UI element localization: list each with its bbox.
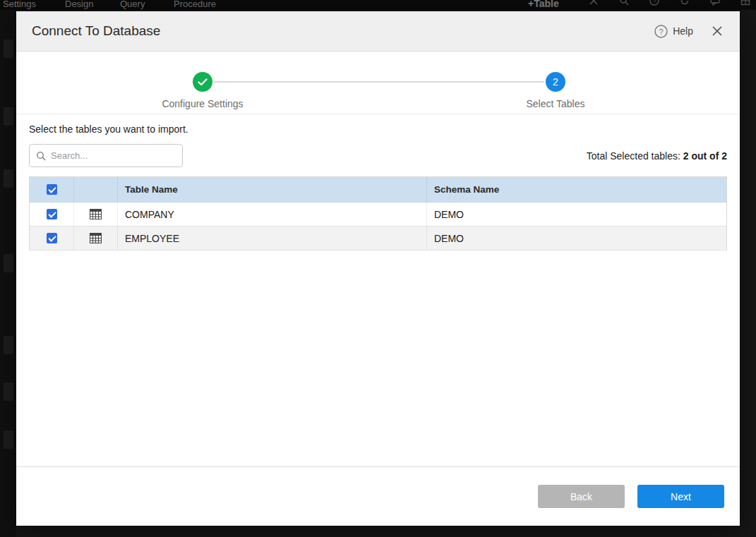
row-checkbox[interactable] xyxy=(47,233,57,243)
row-checkbox[interactable] xyxy=(47,209,57,219)
help-circle-icon: ? xyxy=(654,25,668,38)
connect-to-database-dialog: Connect To Database ? Help 2 Configure S… xyxy=(16,11,740,526)
schema-name-cell: DEMO xyxy=(426,203,726,226)
dialog-footer: Back Next xyxy=(16,466,740,526)
step-1-complete-icon[interactable] xyxy=(193,72,212,92)
table-grid-icon xyxy=(90,233,102,243)
icon-column-header xyxy=(73,177,117,202)
summary-value: 2 out of 2 xyxy=(683,150,727,162)
search-icon xyxy=(36,151,46,161)
table-row[interactable]: EMPLOYEE DEMO xyxy=(30,227,726,251)
stepper-connector-line xyxy=(214,81,544,83)
close-dialog-button[interactable] xyxy=(710,24,724,38)
next-button[interactable]: Next xyxy=(637,485,724,508)
wizard-stepper: 2 Configure Settings Select Tables xyxy=(16,52,740,114)
help-label: Help xyxy=(673,25,693,37)
table-name-column-header: Table Name xyxy=(117,177,426,202)
table-name-cell: EMPLOYEE xyxy=(117,227,426,250)
select-all-checkbox[interactable] xyxy=(47,184,57,195)
check-icon xyxy=(198,78,208,86)
back-button[interactable]: Back xyxy=(538,485,625,508)
schema-name-column-header: Schema Name xyxy=(426,177,726,202)
selected-tables-summary: Total Selected tables: 2 out of 2 xyxy=(587,150,727,162)
step-2-label: Select Tables xyxy=(478,98,633,109)
dialog-header: Connect To Database ? Help xyxy=(16,11,740,52)
table-search-box[interactable] xyxy=(29,144,183,167)
dialog-title: Connect To Database xyxy=(32,23,160,39)
table-name-cell: COMPANY xyxy=(117,203,426,226)
svg-text:?: ? xyxy=(659,27,664,35)
step-1-label[interactable]: Configure Settings xyxy=(125,98,280,109)
instruction-text: Select the tables you want to import. xyxy=(29,123,727,135)
dialog-body: Select the tables you want to import. To… xyxy=(16,123,740,251)
step-2-number: 2 xyxy=(546,72,565,92)
schema-name-cell: DEMO xyxy=(426,227,726,250)
table-row[interactable]: COMPANY DEMO xyxy=(30,203,726,227)
help-button[interactable]: ? Help xyxy=(654,25,693,38)
summary-label: Total Selected tables: xyxy=(587,150,683,162)
tables-list: Table Name Schema Name COMPANY DEMO EMPL… xyxy=(29,176,727,251)
search-input[interactable] xyxy=(51,150,176,161)
close-icon xyxy=(712,25,723,37)
table-grid-icon xyxy=(90,209,102,219)
table-header-row: Table Name Schema Name xyxy=(30,177,726,203)
